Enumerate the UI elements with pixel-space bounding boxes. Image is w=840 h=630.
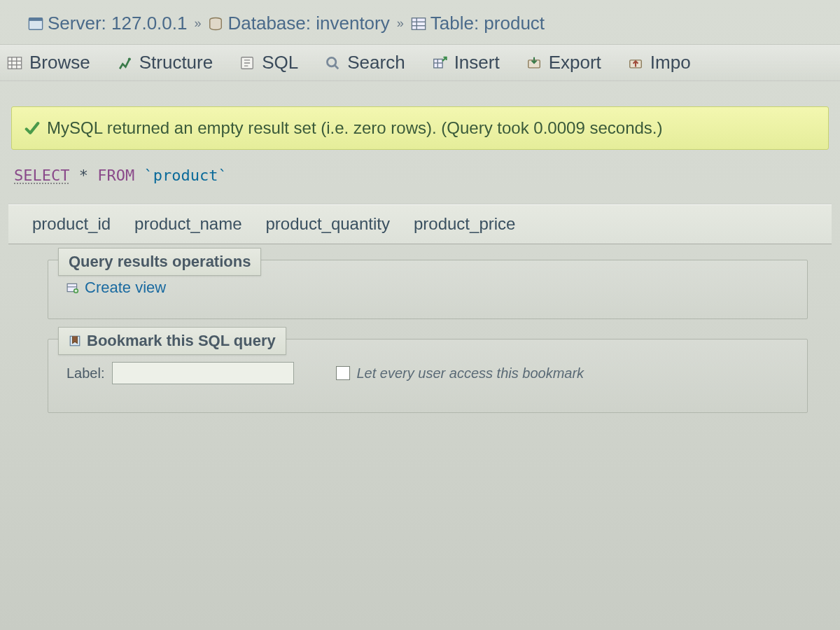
column-header[interactable]: product_name — [134, 214, 241, 234]
operations-legend: Query results operations — [58, 248, 261, 276]
column-header[interactable]: product_id — [32, 214, 111, 234]
bookmark-public-checkbox[interactable] — [336, 366, 350, 380]
result-column-headers: product_id product_name product_quantity… — [8, 204, 832, 244]
tab-sql[interactable]: SQL — [239, 52, 298, 74]
table-icon — [411, 16, 426, 31]
executed-sql: SELECT * FROM `product` — [8, 162, 832, 204]
insert-icon — [432, 55, 447, 71]
tab-search-label: Search — [347, 52, 405, 74]
svg-line-15 — [335, 65, 339, 69]
sql-keyword-select: SELECT — [14, 167, 69, 184]
bookmark-icon — [69, 335, 81, 347]
structure-icon — [117, 55, 132, 71]
svg-rect-1 — [29, 18, 42, 20]
breadcrumb-database-label: Database: inventory — [227, 13, 389, 34]
tab-insert[interactable]: Insert — [432, 52, 500, 74]
tab-structure[interactable]: Structure — [117, 52, 214, 74]
bookmark-sql-query: Bookmark this SQL query Label: Let every… — [48, 339, 808, 413]
bookmark-label-input[interactable] — [112, 362, 294, 384]
svg-point-12 — [128, 57, 131, 60]
create-view-label: Create view — [85, 279, 166, 297]
tab-bar: Browse Structure SQL Search Insert Expor… — [0, 44, 840, 81]
svg-point-14 — [328, 57, 336, 66]
svg-rect-7 — [8, 57, 21, 69]
breadcrumb-separator: » — [397, 16, 404, 31]
breadcrumb-server[interactable]: Server: 127.0.0.1 — [28, 13, 187, 34]
tab-export-label: Export — [549, 52, 601, 74]
breadcrumb-separator: » — [194, 16, 201, 31]
tab-export[interactable]: Export — [526, 52, 601, 74]
breadcrumb-database[interactable]: Database: inventory — [208, 13, 389, 34]
tab-browse-label: Browse — [29, 52, 90, 74]
query-results-operations: Query results operations Create view — [48, 260, 808, 319]
database-icon — [208, 16, 223, 31]
breadcrumb-table[interactable]: Table: product — [411, 13, 545, 34]
bookmark-legend: Bookmark this SQL query — [58, 327, 286, 355]
breadcrumb: Server: 127.0.0.1 » Database: inventory … — [0, 0, 840, 44]
bookmark-legend-text: Bookmark this SQL query — [87, 332, 276, 350]
search-icon — [325, 55, 340, 71]
tab-browse[interactable]: Browse — [7, 52, 90, 74]
import-icon — [628, 55, 643, 71]
column-header[interactable]: product_price — [414, 214, 515, 234]
create-view-link[interactable]: Create view — [66, 279, 166, 297]
tab-structure-label: Structure — [139, 52, 214, 74]
svg-rect-3 — [412, 18, 425, 29]
column-header[interactable]: product_quantity — [266, 214, 390, 234]
sql-icon — [239, 55, 255, 71]
tab-search[interactable]: Search — [325, 52, 405, 74]
sql-star: * — [79, 167, 88, 184]
create-view-icon — [66, 281, 79, 294]
breadcrumb-table-label: Table: product — [430, 13, 545, 34]
breadcrumb-server-label: Server: 127.0.0.1 — [48, 13, 187, 34]
tab-import-label: Impo — [650, 52, 691, 74]
tab-insert-label: Insert — [454, 52, 500, 74]
notice-text: MySQL returned an empty result set (i.e.… — [47, 118, 662, 138]
tab-import[interactable]: Impo — [628, 52, 691, 74]
tab-sql-label: SQL — [262, 52, 298, 74]
query-result-notice: MySQL returned an empty result set (i.e.… — [11, 106, 829, 150]
browse-icon — [7, 55, 22, 71]
server-icon — [28, 16, 43, 31]
sql-table-identifier: `product` — [144, 167, 227, 184]
sql-keyword-from: FROM — [97, 167, 134, 184]
bookmark-label-text: Label: — [66, 365, 105, 382]
export-icon — [526, 55, 542, 71]
content-area: MySQL returned an empty result set (i.e.… — [0, 81, 840, 441]
success-check-icon — [24, 120, 40, 136]
bookmark-public-label: Let every user access this bookmark — [357, 365, 584, 382]
